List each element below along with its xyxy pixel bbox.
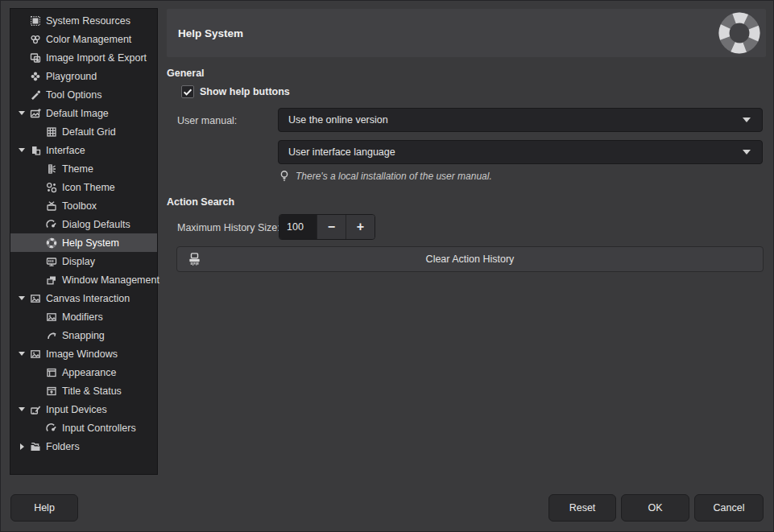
sidebar-item-label: Title & Status: [62, 386, 122, 397]
action-search-section-title: Action Search: [167, 196, 234, 208]
input-controllers-icon: [45, 422, 58, 435]
sidebar-item-input-controllers[interactable]: Input Controllers: [10, 419, 157, 437]
help-button[interactable]: Help: [10, 494, 78, 522]
sidebar-item-label: Toolbox: [62, 200, 97, 212]
sidebar-item-label: Folders: [46, 441, 80, 452]
canvas-interaction-icon: [29, 292, 42, 305]
chevron-down-icon: [743, 150, 751, 155]
sidebar-item-snapping[interactable]: Snapping: [10, 326, 157, 344]
sidebar-item-label: Appearance: [62, 367, 116, 378]
sidebar-item-label: Theme: [62, 163, 93, 175]
sidebar-item-tool-options[interactable]: Tool Options: [10, 85, 157, 104]
sidebar-item-canvas-interaction[interactable]: Canvas Interaction: [10, 289, 157, 307]
sidebar-item-help-system[interactable]: Help System: [10, 233, 157, 252]
reset-button[interactable]: Reset: [548, 494, 616, 522]
manual-language-dropdown[interactable]: User interface language: [278, 140, 763, 164]
expander-icon[interactable]: [14, 111, 29, 115]
interface-icon: [29, 144, 42, 157]
user-manual-value: Use the online version: [279, 114, 743, 126]
general-section-title: General: [167, 68, 205, 79]
clear-action-history-label: Clear Action History: [426, 254, 515, 265]
max-history-label: Maximum History Size:: [177, 222, 280, 233]
color-management-icon: [29, 33, 42, 46]
expander-icon[interactable]: [14, 443, 29, 450]
sidebar-item-label: Snapping: [62, 330, 105, 341]
sidebar-item-image-windows[interactable]: Image Windows: [10, 344, 157, 363]
sidebar: System ResourcesColor ManagementImage Im…: [10, 8, 158, 475]
expander-icon[interactable]: [14, 407, 29, 411]
sidebar-item-input-devices[interactable]: Input Devices: [10, 400, 157, 419]
default-image-icon: [29, 107, 42, 120]
sidebar-item-theme[interactable]: Theme: [10, 159, 157, 178]
check-icon: [182, 86, 193, 97]
sidebar-item-label: Input Controllers: [62, 423, 136, 434]
ok-button[interactable]: OK: [621, 494, 689, 522]
expander-icon[interactable]: [14, 296, 29, 300]
manual-note-text: There's a local installation of the user…: [296, 171, 492, 182]
sidebar-item-label: Display: [62, 256, 95, 267]
playground-icon: [29, 70, 42, 83]
sidebar-item-folders[interactable]: Folders: [10, 437, 157, 456]
manual-language-value: User interface language: [279, 146, 743, 158]
shredder-icon: [187, 252, 202, 267]
sidebar-item-display[interactable]: Display: [10, 252, 157, 270]
sidebar-item-label: Color Management: [46, 34, 131, 45]
sidebar-item-label: Default Grid: [62, 126, 116, 138]
decrement-button[interactable]: −: [317, 215, 346, 239]
cancel-button[interactable]: Cancel: [694, 494, 764, 522]
sidebar-item-modifiers[interactable]: Modifiers: [10, 307, 157, 326]
clear-action-history-button[interactable]: Clear Action History: [176, 246, 764, 272]
window-management-icon: [45, 274, 58, 287]
page-header: Help System: [167, 9, 766, 57]
title-status-icon: [45, 385, 58, 398]
sidebar-item-title-and-status[interactable]: Title & Status: [10, 381, 157, 400]
theme-icon: [45, 163, 58, 175]
sidebar-item-system-resources[interactable]: System Resources: [10, 11, 157, 30]
sidebar-item-label: Icon Theme: [62, 182, 115, 193]
user-manual-dropdown[interactable]: Use the online version: [278, 108, 763, 132]
sidebar-item-label: Image Import & Export: [46, 52, 147, 64]
expander-icon[interactable]: [14, 148, 29, 152]
sidebar-item-label: Tool Options: [46, 89, 101, 101]
sidebar-item-dialog-defaults[interactable]: Dialog Defaults: [10, 215, 157, 233]
sidebar-item-toolbox[interactable]: Toolbox: [10, 196, 157, 215]
modifiers-icon: [45, 311, 58, 324]
sidebar-item-window-management[interactable]: Window Management: [10, 270, 157, 289]
max-history-input[interactable]: [279, 215, 317, 239]
lightbulb-icon: [278, 169, 291, 184]
sidebar-item-interface[interactable]: Interface: [10, 141, 157, 159]
input-devices-icon: [29, 403, 42, 416]
toolbox-icon: [45, 200, 58, 212]
appearance-icon: [45, 366, 58, 379]
sidebar-item-label: Interface: [46, 145, 85, 156]
sidebar-item-default-image[interactable]: Default Image: [10, 104, 157, 122]
sidebar-item-label: System Resources: [46, 15, 130, 27]
expander-icon[interactable]: [14, 352, 29, 356]
sidebar-item-icon-theme[interactable]: Icon Theme: [10, 178, 157, 196]
chevron-down-icon: [743, 118, 751, 122]
sidebar-item-label: Input Devices: [46, 404, 107, 415]
sidebar-item-label: Dialog Defaults: [62, 219, 130, 230]
snapping-icon: [45, 329, 58, 342]
sidebar-item-default-grid[interactable]: Default Grid: [10, 122, 157, 141]
tool-options-icon: [29, 89, 42, 101]
display-icon: [45, 255, 58, 268]
checkbox-box[interactable]: [181, 85, 194, 98]
sidebar-item-appearance[interactable]: Appearance: [10, 363, 157, 381]
increment-button[interactable]: +: [346, 215, 375, 239]
image-windows-icon: [29, 348, 42, 361]
max-history-spinner: − +: [279, 214, 375, 240]
sidebar-item-playground[interactable]: Playground: [10, 67, 157, 85]
show-help-buttons-checkbox[interactable]: Show help buttons: [181, 85, 290, 98]
sidebar-item-image-import-and-export[interactable]: Image Import & Export: [10, 48, 157, 67]
page-title: Help System: [167, 27, 718, 39]
help-system-icon: [718, 12, 760, 54]
sidebar-item-label: Modifiers: [62, 311, 103, 323]
sidebar-item-color-management[interactable]: Color Management: [10, 30, 157, 48]
default-grid-icon: [45, 126, 58, 138]
icon-theme-icon: [45, 181, 58, 194]
image-import-export-icon: [29, 52, 42, 64]
sidebar-item-label: Help System: [62, 237, 119, 249]
sidebar-item-label: Playground: [46, 71, 97, 82]
system-resources-icon: [29, 14, 42, 27]
